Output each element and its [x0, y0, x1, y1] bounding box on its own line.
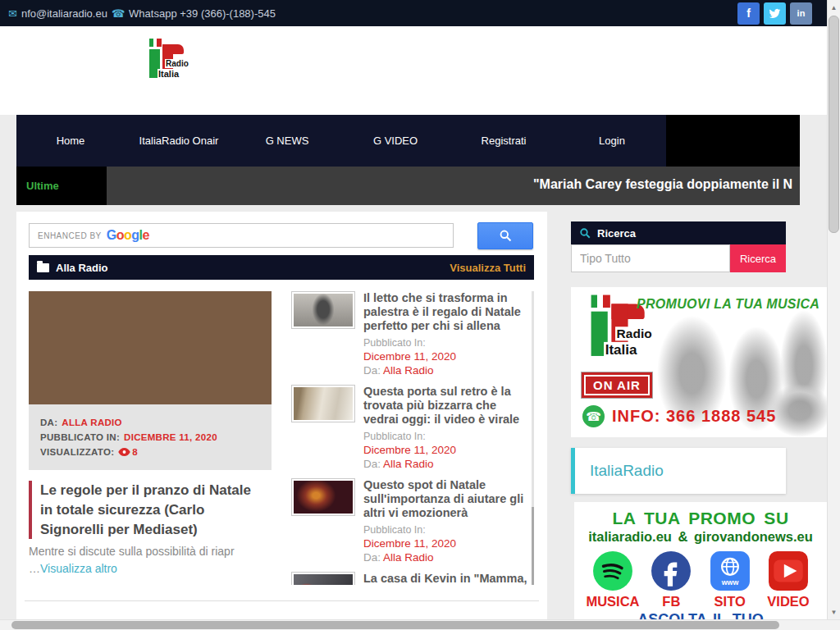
logo-flag-dot	[149, 39, 162, 47]
main-nav: Home ItaliaRadio Onair G NEWS G VIDEO Re…	[16, 115, 800, 167]
list-item: La casa di Kevin in "Mamma, ho perso l'a…	[291, 572, 532, 585]
whatsapp-number: Whatsapp +39 (366)-(188)-545	[129, 7, 276, 20]
site-header: Radio Italia	[0, 26, 827, 115]
promo-label: FB	[662, 594, 680, 609]
google-search-button[interactable]	[477, 222, 533, 249]
published-value[interactable]: DICEMBRE 11, 2020	[124, 432, 217, 442]
promo-label: SITO	[714, 594, 746, 609]
by-label: Da:	[363, 458, 381, 470]
nav-item-onair[interactable]: ItaliaRadio Onair	[125, 135, 233, 147]
widget-title-link[interactable]: ItaliaRadio	[590, 462, 664, 480]
promo-cell-musica[interactable]: MUSICA	[586, 550, 640, 609]
list-scrollbar[interactable]	[532, 291, 534, 585]
article-date[interactable]: Dicembre 11, 2020	[363, 443, 532, 457]
phone-icon: ☎	[582, 405, 605, 427]
byline-value[interactable]: ALLA RADIO	[62, 418, 121, 427]
article-title[interactable]: Questo spot di Natale sull'importanza di…	[363, 478, 532, 520]
horizontal-scrollbar-thumb[interactable]	[11, 621, 779, 629]
youtube-icon	[768, 550, 809, 591]
article-thumbnail[interactable]	[291, 385, 355, 422]
content-divider	[25, 600, 539, 601]
featured-meta: DA: ALLA RADIO PUBBLICATO IN: DICEMBRE 1…	[29, 404, 272, 470]
featured-article: DA: ALLA RADIO PUBBLICATO IN: DICEMBRE 1…	[29, 291, 272, 578]
promo-label: VIDEO	[767, 594, 809, 609]
on-air-badge: ON AIR	[581, 372, 653, 399]
published-label: Pubblicato In:	[363, 523, 532, 536]
article-author: Da: Alla Radio	[363, 550, 532, 564]
sidebar-search-input[interactable]	[571, 244, 730, 272]
promo-line1: LA TUA PROMO SU	[574, 509, 827, 528]
by-label: Da:	[363, 551, 381, 564]
view-all-link[interactable]: Visualizza Tutti	[450, 262, 526, 274]
article-thumbnail[interactable]	[291, 478, 355, 516]
section-header: Alla Radio Visualizza Tutti	[29, 255, 534, 280]
promo-cell-sito[interactable]: www SITO	[703, 550, 757, 609]
sidebar-search-form: Ricerca	[571, 244, 786, 272]
section-title: Alla Radio	[56, 262, 108, 274]
article-author: Da: Alla Radio	[363, 457, 532, 471]
byline-label: DA:	[40, 418, 57, 427]
search-icon	[579, 227, 591, 240]
list-scrollbar-thumb[interactable]	[532, 507, 534, 585]
on-air-label: ON AIR	[584, 375, 650, 395]
promo-label: MUSICA	[586, 594, 639, 609]
sidebar-search-button[interactable]: Ricerca	[730, 244, 786, 272]
spotify-icon	[592, 550, 633, 591]
nav-item-gvideo[interactable]: G VIDEO	[341, 135, 450, 147]
google-search-input[interactable]: ENHANCED BY Google	[29, 223, 454, 248]
mail-icon: ✉	[8, 7, 17, 20]
article-date[interactable]: Dicembre 11, 2020	[363, 536, 532, 550]
nav-item-registrati[interactable]: Registrati	[450, 135, 558, 147]
featured-image[interactable]	[29, 291, 272, 404]
facebook-circle-icon	[651, 550, 692, 591]
vertical-scrollbar[interactable]: ▲ ▼	[827, 0, 840, 619]
banner-headline: PROMUOVI LA TUA MUSICA	[637, 297, 819, 312]
folder-icon	[37, 263, 49, 272]
scroll-up-arrow[interactable]: ▲	[828, 1, 840, 14]
twitter-icon[interactable]	[764, 2, 786, 25]
top-bar: ✉ nfo@italiaradio.eu ☎ Whatsapp +39 (366…	[0, 0, 827, 26]
email-link[interactable]: nfo@italiaradio.eu	[21, 7, 107, 20]
nav-item-login[interactable]: Login	[558, 135, 666, 147]
list-item: Il letto che si trasforma in palestra è …	[291, 291, 532, 377]
linkedin-icon[interactable]: in	[790, 2, 812, 25]
logo-text-radio: Radio	[165, 59, 189, 68]
article-title[interactable]: Il letto che si trasforma in palestra è …	[363, 291, 532, 333]
nav-item-gnews[interactable]: G NEWS	[233, 135, 341, 147]
globe-www-icon: www	[710, 550, 751, 591]
scroll-down-arrow[interactable]: ▼	[828, 605, 840, 619]
article-thumbnail[interactable]	[291, 572, 355, 585]
article-date[interactable]: Dicembre 11, 2020	[363, 349, 532, 363]
author-link[interactable]: Alla Radio	[383, 551, 434, 564]
promo-banner[interactable]: Radio Italia PROMUOVI LA TUA MUSICA ON A…	[571, 287, 831, 437]
facebook-icon[interactable]: f	[737, 2, 760, 25]
twitter-bird-icon	[769, 7, 781, 20]
article-title[interactable]: La casa di Kevin in "Mamma, ho perso l'a…	[363, 572, 532, 585]
promo-clipped-text: ASCOLTA IL TUO	[574, 611, 827, 619]
featured-title[interactable]: Le regole per il pranzo di Natale in tot…	[29, 481, 267, 539]
ticker-label: Ultime	[16, 167, 107, 205]
author-link[interactable]: Alla Radio	[383, 458, 434, 470]
vertical-scrollbar-thumb[interactable]	[829, 16, 839, 233]
list-item: Questa porta sul retro è la trovata più …	[291, 385, 532, 471]
nav-item-home[interactable]: Home	[16, 135, 125, 147]
promo-cell-video[interactable]: VIDEO	[761, 550, 815, 609]
promo-box[interactable]: LA TUA PROMO SU italiaradio.eu & girovan…	[574, 502, 827, 619]
ticker-headline[interactable]: "Mariah Carey festeggia doppiamente il N	[533, 177, 792, 192]
published-label: PUBBLICATO IN:	[40, 432, 120, 442]
list-item: Questo spot di Natale sull'importanza di…	[291, 478, 532, 564]
contact-info: ✉ nfo@italiaradio.eu ☎ Whatsapp +39 (366…	[8, 7, 276, 20]
ticker-strip: "Mariah Carey festeggia doppiamente il N	[107, 167, 800, 205]
author-link[interactable]: Alla Radio	[383, 364, 434, 377]
banner-logo-italia: Italia	[604, 342, 638, 358]
article-title[interactable]: Questa porta sul retro è la trovata più …	[363, 385, 532, 427]
read-more-link[interactable]: Visualizza altro	[40, 562, 117, 575]
site-logo[interactable]: Radio Italia	[139, 38, 190, 85]
logo-text-italia: Italia	[158, 69, 180, 79]
promo-line2: italiaradio.eu & girovandonews.eu	[574, 529, 827, 545]
promo-cell-fb[interactable]: FB	[644, 550, 698, 609]
banner-performer	[768, 384, 831, 437]
article-thumbnail[interactable]	[291, 291, 355, 329]
italiaradio-widget: ItaliaRadio	[571, 448, 786, 494]
nav-items: Home ItaliaRadio Onair G NEWS G VIDEO Re…	[16, 115, 666, 167]
